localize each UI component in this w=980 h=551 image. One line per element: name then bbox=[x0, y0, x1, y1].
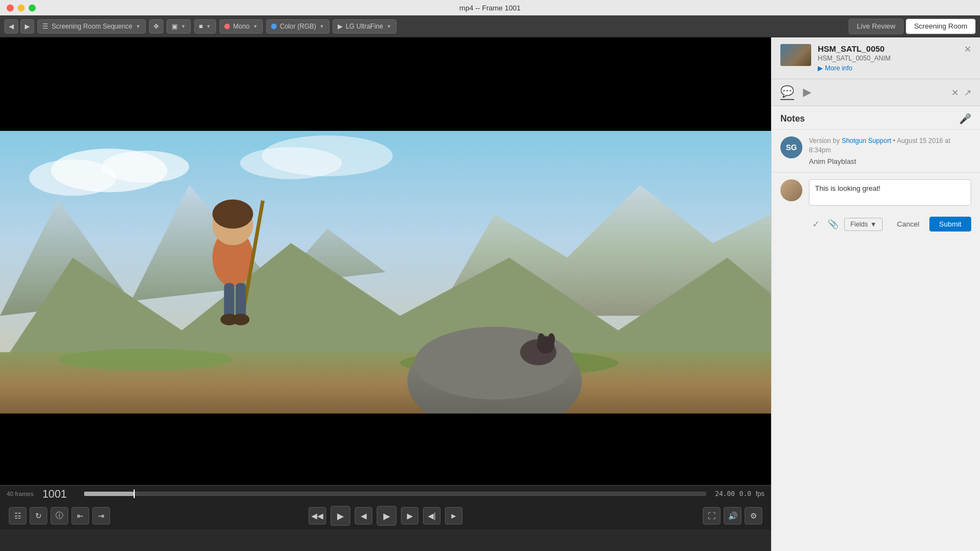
panel-expand-icon[interactable]: ↗ bbox=[964, 87, 971, 98]
settings-icon: ⚙ bbox=[750, 511, 757, 520]
fullscreen-button[interactable]: ⛶ bbox=[703, 507, 720, 525]
chevron-down-icon-5: ▼ bbox=[320, 24, 324, 29]
play-button[interactable]: ▶ bbox=[377, 506, 397, 526]
back-button[interactable]: ◀ bbox=[4, 19, 18, 34]
checkmark-icon[interactable]: ✓ bbox=[809, 217, 822, 232]
fields-label: Fields bbox=[850, 221, 868, 228]
play-reverse-button[interactable]: ▶ bbox=[331, 506, 350, 526]
window-controls[interactable] bbox=[7, 4, 36, 12]
frame-skip-button[interactable]: ▶ bbox=[401, 507, 419, 525]
next-clip-button[interactable]: ⇥ bbox=[92, 507, 110, 525]
audio-dropdown[interactable]: Mono ▼ bbox=[219, 19, 263, 34]
notes-tab[interactable]: 💬 bbox=[780, 85, 794, 100]
panel-header: HSM_SATL_0050 HSM_SATL_0050_ANIM ▶ More … bbox=[772, 37, 980, 79]
prev-clip-button[interactable]: ⇤ bbox=[71, 507, 89, 525]
submit-button[interactable]: Submit bbox=[929, 217, 971, 232]
main-content: 40 frames 1001 24.00 0.0 fps ☷ ↻ bbox=[0, 37, 980, 551]
color-mode-dropdown[interactable]: ■ ▼ bbox=[194, 19, 216, 34]
step-back-icon: ◀◀ bbox=[311, 511, 323, 520]
video-bottom-padding bbox=[0, 414, 771, 485]
toolbar: ◀ ▶ ☰ Screening Room Sequence ▼ ✥ ▣ ▼ ■ … bbox=[0, 15, 980, 37]
sequence-dropdown[interactable]: ☰ Screening Room Sequence ▼ bbox=[37, 19, 146, 34]
timecode: 24.00 bbox=[715, 490, 735, 498]
loop-icon: ↻ bbox=[35, 511, 42, 520]
panel-header-right: ✕ bbox=[964, 44, 971, 54]
view-mode-dropdown[interactable]: ▣ ▼ bbox=[167, 19, 191, 34]
clip-subname: HSM_SATL_0050_ANIM bbox=[818, 54, 957, 62]
loop-button[interactable]: ↻ bbox=[30, 507, 47, 525]
chat-icon: 💬 bbox=[780, 85, 794, 98]
minimize-button[interactable] bbox=[18, 4, 25, 12]
tool-button[interactable]: ✥ bbox=[149, 19, 163, 34]
note-body: Version by Shotgun Support • August 15 2… bbox=[809, 136, 971, 166]
chevron-right-icon: ▶ bbox=[818, 64, 823, 72]
chevron-down-icon: ▼ bbox=[136, 24, 141, 29]
timeline-bar: 40 frames 1001 24.00 0.0 fps bbox=[0, 486, 771, 502]
scene-illustration bbox=[0, 131, 771, 414]
svg-point-16 bbox=[212, 200, 253, 229]
video-frame[interactable] bbox=[0, 131, 771, 414]
audio-dot-icon bbox=[224, 24, 230, 29]
clip-thumbnail bbox=[780, 44, 811, 66]
panel-x-icon[interactable]: ✕ bbox=[951, 87, 959, 98]
compose-avatar bbox=[780, 179, 802, 201]
close-button[interactable] bbox=[7, 4, 14, 12]
frame-counter: 1001 bbox=[42, 488, 75, 500]
square-icon: ■ bbox=[199, 23, 203, 30]
volume-button[interactable]: 🔊 bbox=[724, 507, 741, 525]
avatar: SG bbox=[780, 136, 802, 158]
fields-button[interactable]: Fields ▼ bbox=[844, 218, 883, 231]
chevron-down-icon-4: ▼ bbox=[253, 24, 258, 29]
microphone-icon[interactable]: 🎤 bbox=[959, 113, 971, 125]
monitor-dropdown[interactable]: ▶ LG UltraFine ▼ bbox=[333, 19, 397, 34]
forward-button[interactable]: ▶ bbox=[20, 19, 34, 34]
timecode-extra: 0.0 bbox=[739, 490, 751, 498]
versions-tab[interactable]: ▶ bbox=[803, 85, 811, 100]
screening-room-tab[interactable]: Screening Room bbox=[906, 19, 976, 34]
sequence-label: Screening Room Sequence bbox=[52, 23, 133, 30]
mono-label: Mono bbox=[233, 23, 250, 30]
attachment-icon[interactable]: 📎 bbox=[827, 217, 840, 232]
note-author[interactable]: Shotgun Support bbox=[841, 137, 891, 145]
frame-back-icon: ◀ bbox=[361, 511, 367, 520]
nav-buttons: ◀ ▶ bbox=[4, 19, 34, 34]
next-clip-icon: ⇥ bbox=[98, 511, 104, 520]
step-back-button[interactable]: ◀◀ bbox=[309, 507, 326, 525]
frame-back-button[interactable]: ◀ bbox=[355, 507, 372, 525]
back-icon: ◀ bbox=[9, 23, 14, 30]
monitor-icon: ▶ bbox=[338, 23, 343, 30]
svg-point-10 bbox=[58, 349, 233, 371]
chevron-down-icon-3: ▼ bbox=[206, 24, 211, 29]
color-space-dropdown[interactable]: Color (RGB) ▼ bbox=[266, 19, 329, 34]
svg-point-3 bbox=[102, 151, 189, 183]
versions-icon: ▶ bbox=[803, 85, 811, 98]
fields-chevron-icon: ▼ bbox=[870, 221, 877, 228]
forward-icon: ▶ bbox=[25, 23, 30, 30]
timeline-track[interactable] bbox=[84, 492, 706, 496]
panel-close-icon[interactable]: ✕ bbox=[964, 44, 971, 54]
comment-compose bbox=[772, 172, 980, 212]
svg-point-5 bbox=[240, 147, 342, 179]
info-button[interactable]: ⓘ bbox=[51, 507, 68, 525]
toggle-controls-button[interactable]: ☷ bbox=[9, 507, 26, 525]
note-meta: Version by Shotgun Support • August 15 2… bbox=[809, 136, 971, 155]
svg-point-25 bbox=[548, 333, 555, 345]
live-review-tab[interactable]: Live Review bbox=[849, 19, 904, 34]
toolbar-right: Live Review Screening Room bbox=[849, 19, 976, 34]
skip-start-icon: ◀| bbox=[428, 511, 436, 520]
svg-point-24 bbox=[537, 333, 544, 345]
comment-input[interactable] bbox=[809, 179, 971, 206]
skip-start-button[interactable]: ◀| bbox=[423, 507, 441, 525]
controls-right: ⛶ 🔊 ⚙ bbox=[703, 507, 762, 525]
notes-title: Notes bbox=[780, 114, 805, 124]
controls-left: ☷ ↻ ⓘ ⇤ ⇥ bbox=[9, 507, 110, 525]
skip-end-button[interactable]: ► bbox=[445, 507, 463, 525]
maximize-button[interactable] bbox=[29, 4, 36, 12]
cancel-button[interactable]: Cancel bbox=[891, 218, 924, 230]
more-info-link[interactable]: ▶ More info bbox=[818, 64, 957, 72]
note-separator: • bbox=[893, 137, 897, 145]
fullscreen-icon: ⛶ bbox=[708, 511, 715, 520]
video-area: 40 frames 1001 24.00 0.0 fps ☷ ↻ bbox=[0, 37, 771, 551]
fps-label: fps bbox=[756, 490, 764, 498]
settings-button[interactable]: ⚙ bbox=[745, 507, 762, 525]
